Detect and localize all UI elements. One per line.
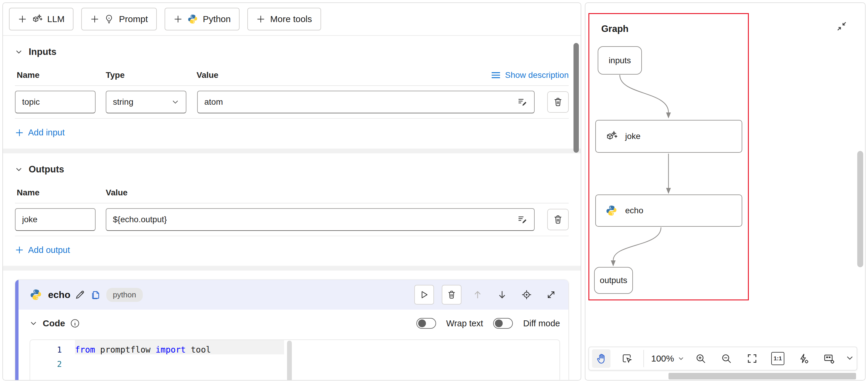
chevron-down-icon[interactable] (15, 48, 23, 56)
zoom-level-dropdown[interactable]: 100% (651, 353, 684, 363)
wrap-text-toggle[interactable] (416, 318, 436, 329)
llm-icon (32, 14, 42, 25)
graph-vertical-scrollbar[interactable] (857, 151, 863, 267)
graph-toolbar: 100% 1:1 (588, 347, 857, 371)
flow-editor-scroll-area: Inputs Name Type Value Show description … (3, 36, 581, 380)
delete-node-button[interactable] (442, 285, 462, 305)
graph-node-joke[interactable]: joke (595, 120, 742, 153)
graph-node-inputs[interactable]: inputs (598, 46, 642, 75)
graph-node-label: echo (625, 206, 643, 215)
plus-icon (15, 128, 24, 137)
chevron-down-icon (172, 98, 179, 106)
add-output-label: Add output (28, 245, 70, 255)
code-token: from (75, 345, 95, 355)
fit-view-button[interactable] (743, 349, 762, 368)
left-panel-vertical-scrollbar[interactable] (574, 43, 579, 153)
code-editor[interactable]: 1 from promptflow import tool 2 (30, 340, 560, 380)
input-type-select[interactable]: string (106, 91, 186, 113)
plus-icon (18, 14, 27, 24)
graph-horizontal-scrollbar[interactable] (669, 373, 856, 379)
run-node-button[interactable] (414, 285, 434, 305)
tool-button-label: More tools (270, 14, 312, 24)
actual-size-button[interactable]: 1:1 (769, 349, 787, 368)
graph-panel: Graph inputs joke (585, 2, 866, 381)
add-input-label: Add input (28, 128, 65, 138)
line-number: 1 (30, 345, 75, 354)
more-tools-button[interactable]: More tools (247, 8, 321, 30)
show-description-link[interactable]: Show description (491, 70, 569, 80)
move-node-down-button[interactable] (494, 286, 510, 303)
expand-node-button[interactable] (543, 286, 559, 303)
graph-node-outputs[interactable]: outputs (594, 267, 633, 294)
delete-output-button[interactable] (547, 209, 569, 230)
collapse-graph-button[interactable] (836, 20, 848, 33)
locate-icon (521, 289, 532, 300)
layout-settings-button[interactable] (820, 349, 838, 368)
add-tools-toolbar: LLM Prompt Python More tools (3, 3, 581, 36)
input-value-field[interactable] (204, 97, 514, 107)
diff-mode-toggle[interactable] (493, 318, 513, 329)
input-name-field[interactable] (22, 97, 88, 107)
input-type-value: string (113, 97, 133, 107)
output-value-field[interactable] (113, 215, 514, 224)
node-actions (414, 285, 559, 305)
tool-button-label: LLM (47, 14, 64, 24)
output-name-field[interactable] (22, 215, 88, 224)
select-cursor-icon (621, 353, 632, 364)
zoom-out-button[interactable] (717, 349, 736, 368)
graph-node-label: inputs (609, 56, 631, 65)
python-icon (187, 14, 198, 25)
code-editor-scrollbar[interactable] (287, 341, 292, 380)
code-line: 2 (30, 357, 559, 371)
code-token: import (156, 345, 186, 355)
graph-node-label: joke (625, 132, 641, 141)
graph-selection-frame: Graph inputs joke (588, 13, 749, 300)
line-number: 2 (30, 359, 75, 369)
add-input-link[interactable]: Add input (15, 128, 65, 138)
add-output-link[interactable]: Add output (15, 245, 70, 255)
run-settings-button[interactable] (794, 349, 813, 368)
rename-node-button[interactable] (72, 287, 88, 303)
copy-node-button[interactable] (88, 287, 103, 303)
one-to-one-icon: 1:1 (771, 352, 784, 365)
graph-node-echo[interactable]: echo (595, 195, 742, 227)
column-header-name: Name (15, 188, 106, 198)
edit-multiline-icon[interactable] (514, 94, 530, 110)
tool-button-label: Prompt (119, 14, 148, 24)
inputs-section: Inputs Name Type Value Show description … (3, 36, 581, 148)
add-llm-button[interactable]: LLM (9, 8, 73, 30)
chevron-down-icon[interactable] (15, 166, 23, 173)
output-row (15, 203, 569, 236)
pencil-icon (74, 289, 86, 300)
add-python-button[interactable]: Python (164, 8, 240, 30)
copy-icon (90, 289, 101, 300)
delete-input-button[interactable] (547, 91, 569, 113)
input-row: string (15, 86, 569, 119)
info-icon[interactable] (70, 318, 80, 328)
zoom-in-button[interactable] (691, 349, 710, 368)
chevron-down-icon[interactable] (30, 319, 37, 327)
echo-node-card: echo python (15, 279, 569, 380)
arrow-up-icon (472, 289, 483, 300)
toolbar-more-chevron[interactable] (846, 354, 854, 363)
expand-icon (546, 289, 556, 300)
outputs-section: Outputs Name Value (3, 153, 581, 266)
node-accent-bar (15, 280, 19, 380)
wrap-text-label: Wrap text (446, 319, 483, 328)
llm-icon (606, 130, 617, 142)
trash-icon (553, 214, 563, 225)
move-node-up-button[interactable] (469, 286, 486, 303)
edit-multiline-icon[interactable] (514, 211, 530, 228)
select-tool-button[interactable] (618, 349, 636, 368)
lightbulb-icon (104, 14, 114, 24)
add-prompt-button[interactable]: Prompt (81, 8, 157, 30)
plus-icon (256, 14, 265, 24)
node-title: echo (48, 289, 70, 300)
plus-icon (174, 14, 183, 24)
diff-mode-label: Diff mode (523, 319, 560, 328)
locate-node-button[interactable] (518, 286, 535, 303)
hand-icon (596, 353, 607, 364)
pan-tool-button[interactable] (592, 349, 611, 368)
column-header-name: Name (15, 70, 106, 80)
python-icon (30, 288, 42, 301)
